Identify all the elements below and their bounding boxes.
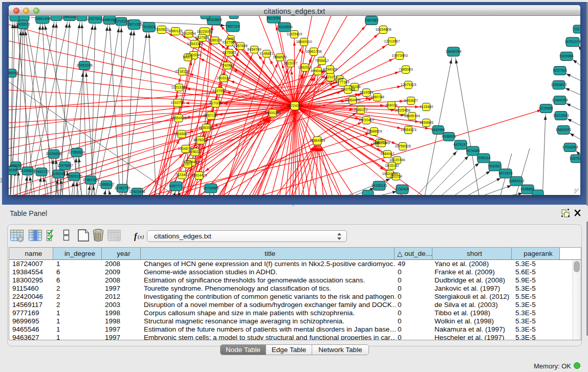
svg-text:(x): (x) <box>138 233 144 240</box>
